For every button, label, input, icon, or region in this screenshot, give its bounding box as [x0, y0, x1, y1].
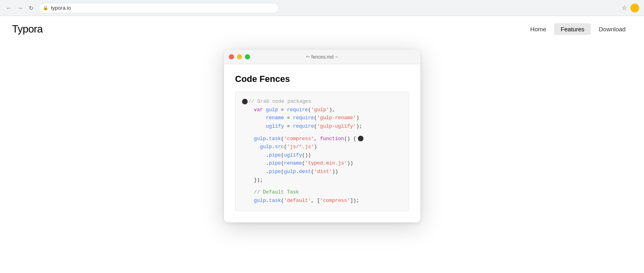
- code-line-1: // Grab node packages: [242, 98, 402, 106]
- user-avatar[interactable]: [630, 4, 639, 12]
- nav-features[interactable]: Features: [554, 23, 591, 35]
- address-bar[interactable]: 🔒 typora.io: [38, 3, 279, 13]
- spacer-1: [242, 131, 402, 135]
- main-content: ✏ fences.md ~ Code Fences // Grab node p…: [0, 42, 644, 238]
- code-line-8: .pipe(rename('typed.min.js')): [242, 159, 402, 168]
- nav-download[interactable]: Download: [592, 23, 632, 35]
- page-heading: Code Fences: [235, 74, 409, 84]
- window-maximize-button[interactable]: [245, 54, 250, 59]
- code-line-4: uglify = require('gulp-uglify');: [242, 122, 402, 131]
- code-line-12: gulp.task('default', ['compress']);: [242, 197, 402, 205]
- browser-actions: ☆: [622, 4, 639, 12]
- code-block[interactable]: // Grab node packages var gulp = require…: [235, 92, 409, 211]
- code-line-2: var gulp = require('gulp'),: [242, 106, 402, 114]
- cursor-1: [242, 99, 248, 104]
- refresh-button[interactable]: ↻: [27, 4, 35, 12]
- window-titlebar: ✏ fences.md ~: [224, 50, 420, 64]
- back-button[interactable]: ←: [5, 4, 13, 12]
- cursor-2: [358, 136, 363, 141]
- window-filename: fences.md: [311, 54, 333, 60]
- code-line-7: .pipe(uglify()): [242, 151, 402, 160]
- code-line-6: gulp.src('js/*.js'): [242, 143, 402, 151]
- window-modified: ~: [335, 54, 338, 60]
- nav-home[interactable]: Home: [524, 23, 553, 35]
- spacer-2: [242, 184, 402, 188]
- window-minimize-button[interactable]: [237, 54, 242, 59]
- lock-icon: 🔒: [43, 5, 48, 10]
- browser-chrome: ← → ↻ 🔒 typora.io ☆: [0, 0, 644, 16]
- window-mockup: ✏ fences.md ~ Code Fences // Grab node p…: [224, 50, 420, 222]
- code-line-9: .pipe(gulp.dest('dist')): [242, 168, 402, 176]
- forward-button[interactable]: →: [16, 4, 24, 12]
- site-logo: Typora: [12, 23, 43, 35]
- window-title: ✏ fences.md ~: [306, 54, 338, 60]
- site-nav: Home Features Download: [524, 23, 632, 35]
- bookmark-icon[interactable]: ☆: [622, 4, 627, 12]
- window-controls: [229, 54, 250, 59]
- site-header: Typora Home Features Download: [0, 16, 644, 42]
- code-line-3: rename = require('gulp-rename'): [242, 114, 402, 122]
- code-line-5: gulp.task('compress', function() {: [242, 135, 402, 143]
- url-text: typora.io: [51, 5, 71, 11]
- window-close-button[interactable]: [229, 54, 234, 59]
- file-icon: ✏: [306, 54, 310, 59]
- code-line-10: });: [242, 176, 402, 185]
- window-body: Code Fences // Grab node packages var gu…: [224, 64, 420, 222]
- code-line-11: // Default Task: [242, 188, 402, 197]
